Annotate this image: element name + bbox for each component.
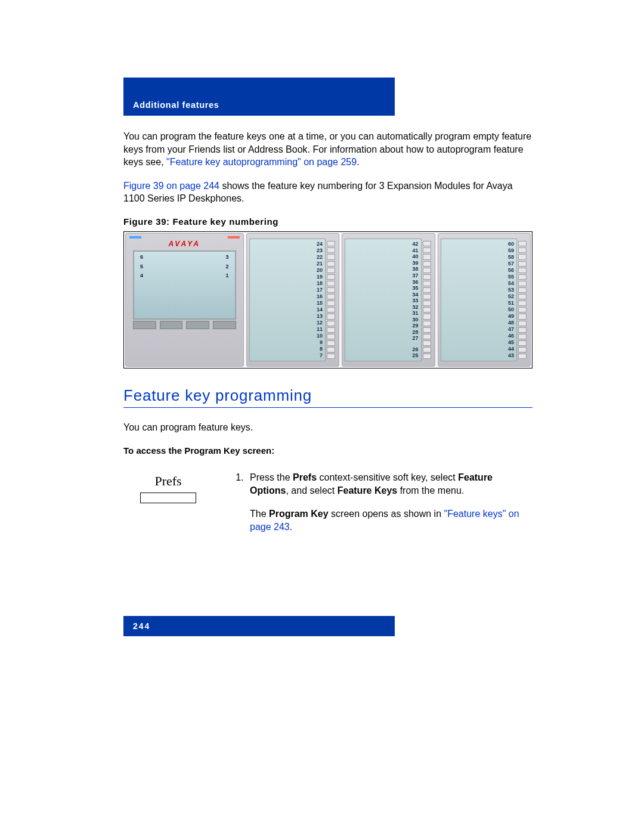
key-num: 17	[317, 287, 323, 293]
key-num: 11	[317, 327, 323, 332]
link-figure-ref[interactable]: Figure 39 on page 244	[123, 181, 219, 191]
text: , and select	[286, 485, 337, 496]
key-num: 3	[225, 253, 228, 262]
module-key-button	[518, 294, 527, 299]
module-key-button	[518, 301, 527, 306]
key-num: 12	[317, 320, 323, 326]
module-key-button	[327, 307, 335, 312]
module-key-button	[327, 268, 335, 273]
module-key-button	[327, 254, 335, 259]
prefs-label: Prefs	[123, 472, 213, 490]
module-key-button	[518, 274, 527, 280]
module-strip: 605958575655545352515049484746454443	[441, 239, 518, 361]
header-section-label: Additional features	[133, 100, 219, 110]
softkey-button-icon	[140, 493, 196, 503]
module-numbers: 605958575655545352515049484746454443	[508, 241, 514, 358]
figure-image: AVAYA 6 5 4 3 2 1	[123, 231, 532, 368]
text: .	[357, 157, 359, 167]
key-num: 41	[412, 248, 418, 253]
key-num: 20	[317, 268, 323, 273]
key-num: 15	[317, 301, 323, 306]
module-key-button	[518, 268, 527, 273]
module-key-button	[518, 241, 527, 246]
module-key-button	[327, 327, 335, 333]
key-num: 4	[140, 271, 143, 280]
footer-bar: 244	[123, 616, 395, 636]
key-num: 53	[508, 287, 514, 293]
text: from the menu.	[397, 485, 464, 496]
module-key-button	[518, 340, 527, 346]
key-num: 25	[412, 353, 418, 358]
key-num: 7	[317, 353, 323, 358]
key-num: 5	[140, 262, 143, 271]
key-num: 16	[317, 294, 323, 299]
key-num: 13	[317, 314, 323, 319]
key-num: 30	[412, 317, 418, 323]
phone-unit: AVAYA 6 5 4 3 2 1	[125, 233, 244, 367]
key-num: 19	[317, 274, 323, 280]
ui-term: Program Key	[269, 509, 329, 519]
key-num: 43	[508, 353, 514, 358]
key-num: 29	[412, 323, 418, 329]
module-key-button	[423, 287, 431, 293]
key-num: 52	[508, 294, 514, 299]
figure-caption: Figure 39: Feature key numbering	[123, 216, 532, 228]
expansion-module-2: 424140393837363534333231302928272625	[342, 233, 435, 367]
module-key-button	[327, 321, 335, 326]
module-key-button	[423, 294, 431, 299]
module-key-button	[423, 241, 431, 246]
module-key-button	[518, 334, 527, 339]
key-num: 35	[412, 286, 418, 291]
link-autoprogramming[interactable]: "Feature key autoprogramming" on page 25…	[166, 157, 357, 167]
key-num: 54	[508, 281, 514, 286]
key-num: 40	[412, 254, 418, 259]
ui-term: Feature Keys	[338, 485, 398, 496]
key-num: 2	[225, 262, 228, 271]
module-key-button	[423, 281, 431, 286]
module-key-button	[518, 354, 527, 359]
module-key-button	[327, 354, 335, 359]
module-key-button	[423, 347, 431, 352]
key-num: 28	[412, 330, 418, 335]
key-num: 49	[508, 314, 514, 319]
module-key-button	[423, 247, 431, 253]
section-heading: Feature key programming	[123, 385, 532, 408]
header-bar: Additional features	[123, 78, 395, 116]
module-keys	[517, 239, 528, 361]
module-key-button	[327, 334, 335, 339]
module-key-button	[327, 241, 335, 246]
key-num: 9	[317, 340, 323, 345]
module-key-button	[423, 354, 431, 359]
key-num: 23	[317, 248, 323, 253]
key-num: 31	[412, 311, 418, 316]
step-instructions: Press the Prefs context-sensitive soft k…	[231, 471, 532, 544]
module-strip: 424140393837363534333231302928272625	[345, 239, 422, 361]
module-key-button	[327, 274, 335, 280]
key-num: 57	[508, 261, 514, 267]
key-num: 50	[508, 307, 514, 312]
key-num: 55	[508, 274, 514, 280]
phone-brand: AVAYA	[126, 239, 243, 249]
module-key-button	[423, 274, 431, 280]
key-num: 18	[317, 281, 323, 286]
module-key-button	[423, 334, 431, 339]
step-1: Press the Prefs context-sensitive soft k…	[246, 471, 532, 533]
key-num: 38	[412, 267, 418, 272]
key-num: 36	[412, 280, 418, 285]
intro-paragraph-1: You can program the feature keys one at …	[123, 130, 532, 169]
phone-tab-right	[228, 236, 240, 239]
text: screen opens as shown in	[329, 509, 444, 519]
module-key-button	[518, 281, 527, 286]
phone-softkeys	[133, 321, 236, 329]
key-num: 60	[508, 241, 514, 247]
module-keys	[422, 239, 432, 361]
module-key-button	[327, 281, 335, 286]
phone-line-numbers: 6 5 4 3 2 1	[140, 253, 229, 280]
module-key-button	[327, 314, 335, 319]
module-key-button	[327, 247, 335, 253]
module-key-button	[518, 254, 527, 259]
key-num: 48	[508, 320, 514, 326]
key-num: 10	[317, 333, 323, 339]
document-page: Additional features You can program the …	[116, 0, 540, 732]
expansion-module-3: 605958575655545352515049484746454443	[438, 233, 531, 367]
